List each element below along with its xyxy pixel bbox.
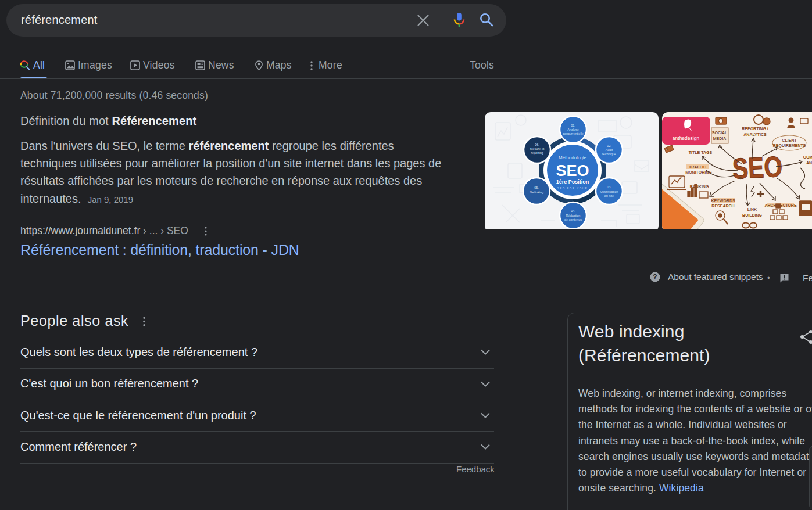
svg-text:Rédaction: Rédaction bbox=[566, 214, 581, 217]
svg-text:on-site: on-site bbox=[604, 194, 614, 197]
svg-text:?: ? bbox=[653, 273, 657, 281]
svg-text:TITLE TAGS: TITLE TAGS bbox=[689, 150, 713, 155]
svg-text:ANALYTICS: ANALYTICS bbox=[743, 132, 767, 137]
svg-text:KEYWORDS: KEYWORDS bbox=[711, 199, 735, 203]
svg-text:Analyse: Analyse bbox=[567, 128, 579, 131]
svg-text:MONITORING: MONITORING bbox=[685, 170, 712, 174]
svg-text:SOCIAL: SOCIAL bbox=[712, 131, 728, 135]
svg-text:REQUIREMENTS: REQUIREMENTS bbox=[773, 143, 806, 148]
svg-text:REPORTING /: REPORTING / bbox=[742, 127, 768, 131]
svg-text:COM: COM bbox=[803, 155, 812, 159]
svg-text:BUILDING: BUILDING bbox=[742, 213, 762, 217]
svg-text:anthedesign: anthedesign bbox=[673, 135, 700, 141]
svg-text:1ère Position: 1ère Position bbox=[556, 179, 589, 185]
svg-text:Audit: Audit bbox=[606, 148, 613, 152]
svg-text:RESEARCH: RESEARCH bbox=[711, 204, 734, 208]
svg-text:CLIENT: CLIENT bbox=[782, 138, 797, 142]
svg-text:concurrentielle: concurrentielle bbox=[563, 132, 584, 135]
svg-text:reporting: reporting bbox=[531, 151, 543, 155]
svg-text:06.: 06. bbox=[535, 143, 539, 146]
svg-text:de contenus: de contenus bbox=[564, 218, 582, 221]
svg-text:SEO: SEO bbox=[732, 150, 784, 185]
svg-text:AN: AN bbox=[806, 161, 812, 165]
svg-text:Optimisation: Optimisation bbox=[600, 190, 618, 193]
svg-text:05.: 05. bbox=[534, 186, 539, 189]
svg-text:02.: 02. bbox=[607, 144, 611, 148]
svg-text:Netlinking: Netlinking bbox=[530, 191, 543, 194]
svg-text:TRAFFIC: TRAFFIC bbox=[689, 165, 706, 169]
svg-text:SEO FOR YOUR: SEO FOR YOUR bbox=[557, 187, 588, 190]
svg-text:01.: 01. bbox=[571, 124, 575, 127]
svg-text:technique: technique bbox=[602, 152, 616, 156]
svg-text:SEO: SEO bbox=[556, 162, 589, 179]
svg-text:MEDIA: MEDIA bbox=[713, 137, 727, 141]
svg-text:Méthodologie: Méthodologie bbox=[559, 155, 587, 160]
svg-text:03.: 03. bbox=[607, 185, 611, 189]
svg-text:LINK: LINK bbox=[747, 207, 757, 211]
svg-text:04.: 04. bbox=[571, 209, 575, 213]
svg-text:Mesure et: Mesure et bbox=[530, 147, 545, 150]
